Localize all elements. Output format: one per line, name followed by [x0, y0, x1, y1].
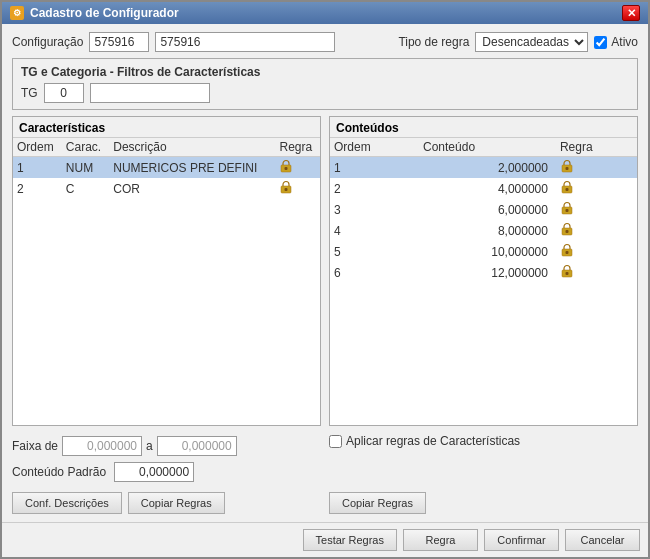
- table-row[interactable]: 6 12,000000: [330, 262, 637, 283]
- conteudo-padrao-input[interactable]: [114, 462, 194, 482]
- caracteristicas-scroll-area: Ordem Carac. Descrição Regra 1 NUM: [13, 138, 320, 425]
- title-bar: ⚙ Cadastro de Configurador ✕: [2, 2, 648, 24]
- lock-icon: [279, 180, 293, 194]
- configuracao-label: Configuração: [12, 35, 83, 49]
- close-button[interactable]: ✕: [622, 5, 640, 21]
- lock-icon: [560, 159, 574, 173]
- aplicar-regras-label: Aplicar regras de Características: [346, 434, 520, 448]
- faixa-a-label: a: [146, 439, 153, 453]
- cell-regra-c: [556, 157, 637, 179]
- left-btn-row: Conf. Descrições Copiar Regras: [12, 492, 321, 514]
- table-row[interactable]: 2 4,000000: [330, 178, 637, 199]
- cell-carac: NUM: [62, 157, 109, 179]
- caracteristicas-table-scroll[interactable]: Ordem Carac. Descrição Regra 1 NUM: [13, 138, 320, 425]
- svg-rect-7: [565, 188, 568, 191]
- conteudos-header-row: Ordem Conteúdo Regra: [330, 138, 637, 157]
- cell-ordem-c: 2: [330, 178, 419, 199]
- cell-descricao: COR: [109, 178, 275, 199]
- window-title: Cadastro de Configurador: [30, 6, 179, 20]
- tg-section-title: TG e Categoria - Filtros de Característi…: [21, 65, 629, 79]
- col-carac: Carac.: [62, 138, 109, 157]
- svg-rect-11: [565, 230, 568, 233]
- col-conteudo: Conteúdo: [419, 138, 556, 157]
- col-descricao: Descrição: [109, 138, 275, 157]
- cell-regra-c: [556, 199, 637, 220]
- cell-regra-c: [556, 262, 637, 283]
- svg-rect-9: [565, 209, 568, 212]
- cell-carac: C: [62, 178, 109, 199]
- svg-rect-5: [565, 167, 568, 170]
- tg-input-num[interactable]: [44, 83, 84, 103]
- footer-row: Testar Regras Regra Confirmar Cancelar: [2, 522, 648, 557]
- conteudo-padrao-row: Conteúdo Padrão: [12, 462, 321, 482]
- caracteristicas-header: Características: [13, 117, 320, 138]
- lock-icon: [560, 264, 574, 278]
- faixa-to-input[interactable]: [157, 436, 237, 456]
- cell-ordem-c: 5: [330, 241, 419, 262]
- table-row[interactable]: 5 10,000000: [330, 241, 637, 262]
- cell-valor: 6,000000: [419, 199, 556, 220]
- table-row[interactable]: 4 8,000000: [330, 220, 637, 241]
- cell-valor: 10,000000: [419, 241, 556, 262]
- ativo-label: Ativo: [611, 35, 638, 49]
- conteudos-panel: Conteúdos Ordem Conteúdo Regra: [329, 116, 638, 426]
- ativo-checkbox[interactable]: [594, 36, 607, 49]
- table-row[interactable]: 2 C COR: [13, 178, 320, 199]
- faixa-label: Faixa de: [12, 439, 58, 453]
- lock-icon: [560, 180, 574, 194]
- cell-ordem-c: 1: [330, 157, 419, 179]
- table-row[interactable]: 1 2,000000: [330, 157, 637, 179]
- cell-ordem: 2: [13, 178, 62, 199]
- bottom-section: Faixa de a Conteúdo Padrão Conf. Descriç…: [12, 432, 638, 514]
- confirmar-button[interactable]: Confirmar: [484, 529, 559, 551]
- cell-valor: 8,000000: [419, 220, 556, 241]
- tipo-regra-label: Tipo de regra: [398, 35, 469, 49]
- faixa-row: Faixa de a: [12, 436, 321, 456]
- lock-icon: [560, 222, 574, 236]
- cell-valor: 4,000000: [419, 178, 556, 199]
- cell-ordem: 1: [13, 157, 62, 179]
- conteudo-padrao-label: Conteúdo Padrão: [12, 465, 106, 479]
- cell-valor: 12,000000: [419, 262, 556, 283]
- cell-ordem-c: 3: [330, 199, 419, 220]
- title-bar-left: ⚙ Cadastro de Configurador: [10, 6, 179, 20]
- col-regra: Regra: [275, 138, 320, 157]
- aplicar-regras-checkbox[interactable]: [329, 435, 342, 448]
- col-ordem: Ordem: [13, 138, 62, 157]
- right-bottom: Aplicar regras de Características Copiar…: [329, 432, 638, 514]
- cell-regra: [275, 157, 320, 179]
- tg-label: TG: [21, 86, 38, 100]
- configuracao-input-2[interactable]: [155, 32, 335, 52]
- tipo-regra-select[interactable]: Desencadeadas Simples Complexas: [475, 32, 588, 52]
- lock-icon: [279, 159, 293, 173]
- cell-regra-c: [556, 241, 637, 262]
- cell-regra-c: [556, 220, 637, 241]
- conteudos-table-scroll[interactable]: Ordem Conteúdo Regra 1 2,000000: [330, 138, 637, 425]
- copiar-regras-left-button[interactable]: Copiar Regras: [128, 492, 225, 514]
- cancelar-button[interactable]: Cancelar: [565, 529, 640, 551]
- tg-input-text[interactable]: [90, 83, 210, 103]
- table-row[interactable]: 1 NUM NUMERICOS PRE DEFINI: [13, 157, 320, 179]
- col-regra-c: Regra: [556, 138, 637, 157]
- panels-row: Características Ordem Carac. Descrição R…: [12, 116, 638, 426]
- cell-ordem-c: 4: [330, 220, 419, 241]
- regra-button[interactable]: Regra: [403, 529, 478, 551]
- testar-regras-button[interactable]: Testar Regras: [303, 529, 397, 551]
- faixa-from-input[interactable]: [62, 436, 142, 456]
- cell-regra: [275, 178, 320, 199]
- left-bottom: Faixa de a Conteúdo Padrão Conf. Descriç…: [12, 432, 321, 514]
- table-row[interactable]: 3 6,000000: [330, 199, 637, 220]
- cell-regra-c: [556, 178, 637, 199]
- configuracao-input-1[interactable]: [89, 32, 149, 52]
- svg-rect-15: [565, 272, 568, 275]
- aplicar-regras-row: Aplicar regras de Características: [329, 434, 520, 448]
- cell-descricao: NUMERICOS PRE DEFINI: [109, 157, 275, 179]
- cell-valor: 2,000000: [419, 157, 556, 179]
- conf-descricoes-button[interactable]: Conf. Descrições: [12, 492, 122, 514]
- app-icon: ⚙: [10, 6, 24, 20]
- copiar-regras-right-button[interactable]: Copiar Regras: [329, 492, 426, 514]
- col-ordem-c: Ordem: [330, 138, 419, 157]
- lock-icon: [560, 201, 574, 215]
- conteudos-scroll-area: Ordem Conteúdo Regra 1 2,000000: [330, 138, 637, 425]
- conteudos-table: Ordem Conteúdo Regra 1 2,000000: [330, 138, 637, 283]
